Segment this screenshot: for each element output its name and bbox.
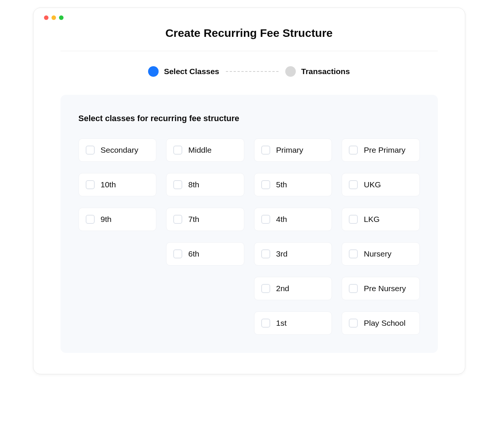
option-label: Primary (276, 146, 303, 155)
option-1st[interactable]: 1st (254, 311, 332, 335)
step-circle-inactive-icon (285, 66, 296, 77)
checkbox-icon[interactable] (261, 249, 270, 258)
checkbox-icon[interactable] (173, 180, 182, 189)
option-label: 6th (188, 249, 199, 258)
option-4th[interactable]: 4th (254, 208, 332, 231)
column-3: Pre Primary UKG LKG Nursery Pre Nursery (342, 138, 420, 335)
option-label: UKG (364, 180, 381, 189)
option-pre-nursery[interactable]: Pre Nursery (342, 277, 420, 300)
option-label: Secondary (101, 146, 138, 155)
step-connector (226, 71, 279, 72)
option-10th[interactable]: 10th (79, 173, 157, 196)
option-label: Play School (364, 319, 406, 328)
option-label: 9th (101, 215, 112, 224)
window-minimize-icon[interactable] (51, 15, 56, 20)
option-label: 1st (276, 319, 287, 328)
checkbox-icon[interactable] (261, 284, 270, 293)
option-label: LKG (364, 215, 380, 224)
option-label: 4th (276, 215, 287, 224)
page-title: Create Recurring Fee Structure (33, 27, 465, 39)
app-window: Create Recurring Fee Structure Select Cl… (33, 8, 465, 374)
option-5th[interactable]: 5th (254, 173, 332, 196)
checkbox-icon[interactable] (173, 146, 182, 155)
option-ukg[interactable]: UKG (342, 173, 420, 196)
option-label: 8th (188, 180, 199, 189)
window-maximize-icon[interactable] (59, 15, 64, 20)
checkbox-icon[interactable] (261, 180, 270, 189)
step-select-classes[interactable]: Select Classes (148, 66, 219, 77)
page-header: Create Recurring Fee Structure (33, 20, 465, 51)
option-label: 5th (276, 180, 287, 189)
content-panel: Select classes for recurring fee structu… (61, 95, 438, 353)
checkbox-icon[interactable] (173, 249, 182, 258)
option-label: Middle (188, 146, 212, 155)
option-3rd[interactable]: 3rd (254, 242, 332, 266)
checkbox-icon[interactable] (349, 215, 358, 224)
window-close-icon[interactable] (44, 15, 48, 20)
step-circle-active-icon (148, 66, 159, 77)
checkbox-icon[interactable] (349, 284, 358, 293)
checkbox-icon[interactable] (86, 180, 95, 189)
checkbox-icon[interactable] (86, 215, 95, 224)
option-label: 3rd (276, 249, 288, 258)
option-label: Pre Nursery (364, 284, 406, 293)
option-secondary[interactable]: Secondary (79, 138, 157, 162)
option-9th[interactable]: 9th (79, 208, 157, 231)
checkbox-icon[interactable] (261, 319, 270, 328)
column-1: Middle 8th 7th 6th (166, 138, 244, 335)
step-label: Transactions (301, 67, 350, 76)
checkbox-icon[interactable] (261, 215, 270, 224)
column-0: Secondary 10th 9th (79, 138, 157, 335)
option-label: 7th (188, 215, 199, 224)
checkbox-icon[interactable] (349, 319, 358, 328)
option-label: 2nd (276, 284, 289, 293)
option-label: Nursery (364, 249, 392, 258)
option-middle[interactable]: Middle (166, 138, 244, 162)
option-6th[interactable]: 6th (166, 242, 244, 266)
option-8th[interactable]: 8th (166, 173, 244, 196)
checkbox-icon[interactable] (86, 146, 95, 155)
window-titlebar (33, 8, 465, 20)
checkbox-icon[interactable] (173, 215, 182, 224)
option-primary[interactable]: Primary (254, 138, 332, 162)
column-2: Primary 5th 4th 3rd 2nd (254, 138, 332, 335)
option-label: Pre Primary (364, 146, 406, 155)
checkbox-icon[interactable] (261, 146, 270, 155)
panel-heading: Select classes for recurring fee structu… (79, 114, 420, 123)
option-play-school[interactable]: Play School (342, 311, 420, 335)
option-7th[interactable]: 7th (166, 208, 244, 231)
stepper: Select Classes Transactions (33, 51, 465, 95)
option-2nd[interactable]: 2nd (254, 277, 332, 300)
option-label: 10th (101, 180, 116, 189)
step-transactions[interactable]: Transactions (285, 66, 350, 77)
option-lkg[interactable]: LKG (342, 208, 420, 231)
option-pre-primary[interactable]: Pre Primary (342, 138, 420, 162)
options-columns: Secondary 10th 9th Middle 8th (79, 138, 420, 335)
option-nursery[interactable]: Nursery (342, 242, 420, 266)
checkbox-icon[interactable] (349, 249, 358, 258)
checkbox-icon[interactable] (349, 180, 358, 189)
step-label: Select Classes (164, 67, 219, 76)
checkbox-icon[interactable] (349, 146, 358, 155)
